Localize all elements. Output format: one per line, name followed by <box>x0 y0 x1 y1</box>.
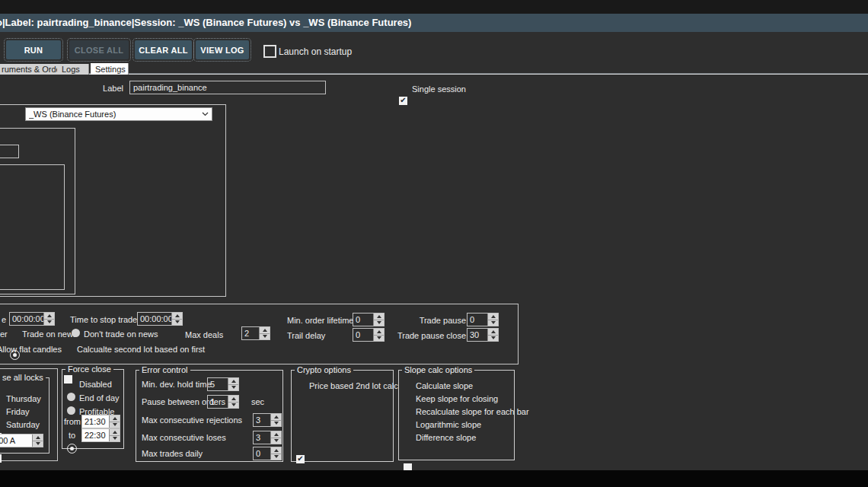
spinner-down-icon[interactable] <box>271 420 281 427</box>
crypto-options-title: Crypto options <box>295 365 353 374</box>
min-dev-hold-spinner[interactable]: 5 <box>207 377 239 391</box>
slope-options-title: Slope calc options <box>402 365 474 374</box>
view-log-button[interactable]: VIEW LOG <box>196 40 249 59</box>
close-all-button[interactable]: CLOSE ALL <box>69 40 129 59</box>
tab-logs[interactable]: Logs <box>57 64 89 75</box>
spinner-down-icon[interactable] <box>110 435 120 442</box>
recalculate-slope-label: Recalculate slope for each bar <box>416 407 529 416</box>
force-close-from-spinner[interactable]: 21:30 <box>81 415 120 428</box>
single-session-checkbox[interactable] <box>399 97 407 105</box>
max-rejections-spinner[interactable]: 3 <box>253 413 282 427</box>
spinner-down-icon[interactable] <box>271 454 281 460</box>
spinner-buttons <box>228 378 238 390</box>
spinner-down-icon[interactable] <box>172 319 182 326</box>
min-order-lifetime-spinner[interactable]: 0 <box>353 313 385 326</box>
start-time-spinner[interactable]: 00:00:00 <box>9 312 55 326</box>
spinner-up-icon[interactable] <box>271 431 281 438</box>
spinner-up-icon[interactable] <box>488 329 498 335</box>
pause-between-orders-spinner[interactable]: 1 <box>207 395 239 409</box>
force-close-endofday-radio[interactable] <box>67 393 75 401</box>
calc-second-lot-label: Calcualte second lot based on first <box>77 345 205 354</box>
trail-delay-spinner[interactable]: 0 <box>353 328 385 342</box>
spinner-down-icon[interactable] <box>374 335 384 342</box>
spinner-up-icon[interactable] <box>228 378 238 384</box>
spinner-buttons <box>32 434 43 447</box>
spinner-down-icon[interactable] <box>33 441 43 447</box>
max-trades-daily-value: 0 <box>254 447 270 460</box>
run-button[interactable]: RUN <box>6 40 61 59</box>
friday-label: Friday <box>6 407 30 416</box>
trade-pause-spinner[interactable]: 0 <box>467 313 499 326</box>
force-close-disabled-label: Disabled <box>79 380 112 389</box>
max-loses-spinner[interactable]: 3 <box>253 431 282 444</box>
start-time-label-fragment: e <box>2 315 6 324</box>
stop-time-value: 00:00:00 <box>138 313 171 325</box>
session-select[interactable]: _WS (Binance Futures) <box>25 107 212 121</box>
spinner-down-icon[interactable] <box>44 319 54 326</box>
error-control-title: Error control <box>139 365 190 374</box>
spinner-buttons <box>487 329 498 341</box>
tab-logs-label: Logs <box>62 65 80 74</box>
max-rejections-label: Max consecutive rejections <box>142 415 242 425</box>
spinner-up-icon[interactable] <box>260 327 270 333</box>
spinner-down-icon[interactable] <box>271 438 281 444</box>
price-based-2nd-lot-checkbox[interactable] <box>296 455 305 463</box>
min-dev-hold-label: Min. dev. hold time <box>142 380 212 389</box>
calculate-slope-label: Calculate slope <box>416 381 473 390</box>
force-close-to-spinner[interactable]: 22:30 <box>81 428 120 442</box>
spinner-up-icon[interactable] <box>374 329 384 335</box>
max-trades-daily-label: Max trades daily <box>142 449 203 458</box>
spinner-up-icon[interactable] <box>271 447 281 454</box>
spinner-up-icon[interactable] <box>488 314 498 320</box>
trade-pause-close-label: Trade pause close <box>396 331 466 340</box>
single-session-label: Single session <box>412 84 466 94</box>
launch-on-startup-label: Launch on startup <box>279 46 352 57</box>
trade-pause-close-spinner[interactable]: 30 <box>467 328 499 342</box>
trail-delay-value: 0 <box>353 329 373 341</box>
spinner-up-icon[interactable] <box>172 313 182 319</box>
force-close-disabled-radio[interactable] <box>67 444 77 454</box>
clear-all-button[interactable]: CLEAR ALL <box>135 40 192 59</box>
spinner-down-icon[interactable] <box>228 402 238 409</box>
start-time-value: 00:00:00 <box>10 313 43 325</box>
spinner-up-icon[interactable] <box>228 396 238 402</box>
max-loses-value: 3 <box>254 431 270 444</box>
tab-settings[interactable]: Settings <box>91 63 129 75</box>
window-title: o|Label: pairtrading_binance|Session: _W… <box>0 17 411 28</box>
spinner-up-icon[interactable] <box>271 414 281 420</box>
spinner-buttons <box>228 396 238 408</box>
max-trades-daily-spinner[interactable]: 0 <box>253 447 282 460</box>
spinner-down-icon[interactable] <box>260 333 270 340</box>
spinner-down-icon[interactable] <box>110 422 120 428</box>
chart-input-box[interactable] <box>0 145 19 158</box>
min-order-lifetime-value: 0 <box>353 314 373 326</box>
launch-on-startup-checkbox[interactable] <box>263 45 276 58</box>
force-close-profitable-radio[interactable] <box>67 406 75 415</box>
locks-group-title: se all locks <box>0 373 46 382</box>
tab-instruments-orders[interactable]: ruments & Orders <box>0 64 63 75</box>
spinner-down-icon[interactable] <box>228 384 238 391</box>
spinner-up-icon[interactable] <box>374 314 384 320</box>
label-input[interactable]: pairtrading_binance <box>129 81 326 94</box>
spinner-buttons <box>259 327 270 339</box>
spinner-down-icon[interactable] <box>488 320 498 326</box>
spinner-up-icon[interactable] <box>110 415 120 422</box>
spinner-up-icon[interactable] <box>110 429 120 435</box>
spinner-up-icon[interactable] <box>44 313 54 319</box>
locks-time-spinner[interactable]: 0:00 A <box>0 434 43 447</box>
dont-trade-on-news-radio[interactable] <box>72 329 80 337</box>
spinner-down-icon[interactable] <box>374 320 384 326</box>
force-close-endofday-label: End of day <box>79 393 120 403</box>
dont-trade-on-news-label: Don't trade on news <box>84 329 158 339</box>
stop-time-spinner[interactable]: 00:00:00 <box>137 312 183 326</box>
app-window: o|Label: pairtrading_binance|Session: _W… <box>0 0 868 487</box>
spinner-down-icon[interactable] <box>488 335 498 342</box>
friday-checkbox[interactable] <box>0 454 2 463</box>
spinner-buttons <box>43 313 54 325</box>
max-deals-spinner[interactable]: 2 <box>241 326 270 340</box>
spinner-up-icon[interactable] <box>33 434 43 441</box>
spinner-buttons <box>270 414 281 426</box>
trade-on-news-label: Trade on news <box>22 329 77 339</box>
spinner-buttons <box>171 313 182 325</box>
force-close-from-value: 21:30 <box>82 415 109 428</box>
